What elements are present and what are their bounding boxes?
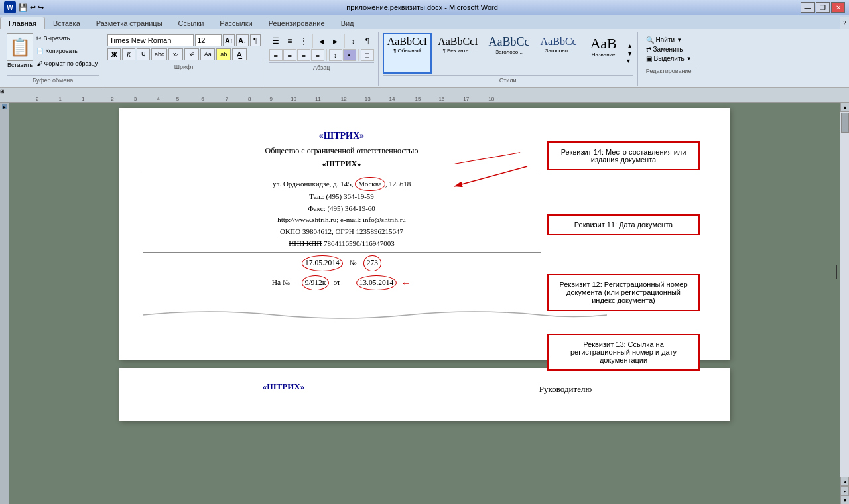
scroll-down-button[interactable]: ▼ [840,495,849,504]
align-row: ≡ ≡ ≡ ≡ ↕ ▪ □ [269,49,374,61]
multilevel-button[interactable]: ⋮ [297,34,310,48]
title-bar: W 💾 ↩ ↪ приложение.реквизиты.docx - Micr… [0,0,849,15]
tab-mailings[interactable]: Рассылки [212,17,260,29]
editing-buttons: 🔍 Найти ▼ ⇄ Заменить ▣ Выделить ▼ [642,34,696,64]
align-justify-button[interactable]: ≡ [311,49,324,61]
style-title[interactable]: АаВ Название [583,33,624,74]
clipboard-group: 📋 Вставить ✂ Вырезать 📄 Копировать 🖌 Фор… [3,32,103,86]
tab-view[interactable]: Вид [333,17,362,29]
quick-access[interactable]: 💾 ↩ ↪ [19,3,44,12]
replace-button[interactable]: ⇄ Заменить [643,45,694,54]
restore-button[interactable]: ❐ [816,2,830,13]
ribbon-help[interactable]: ? [840,17,849,29]
bold-button[interactable]: Ж [107,48,121,60]
copy-button[interactable]: 📄 Копировать [35,47,99,59]
city-circled: Москва [355,177,385,192]
main-area: ▸ «ШТРИХ» Общество с ограниченной ответс… [0,103,849,504]
arrow-right: ← [401,274,411,292]
tab-references[interactable]: Ссылки [170,17,212,29]
tab-home[interactable]: Главная [0,17,45,29]
align-right-button[interactable]: ≡ [297,49,310,61]
subscript-button[interactable]: x₂ [168,48,183,60]
number-label: № [350,257,357,270]
style-title-preview: АаВ [590,36,617,52]
show-marks-button[interactable]: ¶ [361,34,374,48]
scroll-track[interactable] [840,112,849,477]
increase-font-button[interactable]: A↑ [223,34,235,46]
font-name-row: A↑ A↓ ¶ [107,34,260,46]
change-case-button[interactable]: Аа [200,48,215,60]
tab-layout[interactable]: Разметка страницы [88,17,170,29]
style-normal-name: ¶ Обычный [393,48,421,54]
font-group: A↑ A↓ ¶ Ж К Ч abc x₂ x² Аа ab А̲ Шрифт [103,32,265,86]
style-heading2[interactable]: AaBbCc Заголово... [536,33,582,74]
style-normal[interactable]: AaBbCcI ¶ Обычный [383,33,432,74]
tab-insert[interactable]: Вставка [45,17,88,29]
ruler-corner[interactable]: ⊞ [0,88,9,103]
styles-scroll[interactable]: ▲ ▼ ▾ [627,33,633,74]
scroll-thumb[interactable] [841,113,849,133]
annotations-area: Реквизит 14: Место составления или издан… [541,128,706,292]
font-size-input[interactable] [195,34,222,46]
scroll-up-button[interactable]: ▲ [840,103,849,112]
select-label: Выделить [654,55,685,62]
borders-button[interactable]: □ [361,49,374,61]
style-normal-preview: AaBbCcI [387,36,427,48]
numbering-button[interactable]: ≡ [283,34,296,48]
align-center-button[interactable]: ≡ [283,49,296,61]
scroll-next-page[interactable]: ▸ [840,486,849,495]
font-color-button[interactable]: А̲ [232,48,247,60]
company-web: http://www.shtrih.ru; e-mail: info@shtri… [143,214,541,226]
section-marker[interactable]: ▸ [2,104,7,109]
document-page-2: «ШТРИХ» Руководителю [119,368,730,421]
align-left-button[interactable]: ≡ [269,49,283,61]
decrease-font-button[interactable]: A↓ [236,34,248,46]
select-arrow: ▼ [686,56,692,62]
style-no-spacing[interactable]: AaBbCcI ¶ Без инте... [433,33,482,74]
find-button[interactable]: 🔍 Найти ▼ [643,36,694,44]
style-no-spacing-preview: AaBbCcI [438,36,478,48]
font-name-input[interactable] [107,34,194,46]
style-heading1[interactable]: AaBbCc Заголово... [484,33,535,74]
tab-review[interactable]: Рецензирование [261,17,333,29]
scroll-prev-page[interactable]: ◂ [840,477,849,486]
ruler-right [830,88,840,103]
clear-format-button[interactable]: ¶ [250,34,261,46]
superscript-button[interactable]: x² [184,48,199,60]
sort-button[interactable]: ↕ [347,34,360,48]
redo-icon[interactable]: ↪ [38,3,44,12]
document-page: «ШТРИХ» Общество с ограниченной ответств… [119,108,730,360]
vertical-scrollbar[interactable]: ▲ ◂ ▸ ▼ [840,103,849,504]
select-icon: ▣ [646,55,652,62]
word-logo[interactable]: W [4,1,16,13]
line-spacing-button[interactable]: ↕ [329,49,342,61]
page2-company-name: «ШТРИХ» [143,381,424,392]
font-format-row: Ж К Ч abc x₂ x² Аа ab А̲ [107,48,260,60]
letterhead: «ШТРИХ» Общество с ограниченной ответств… [143,128,541,292]
company-inn: ИНН КПП 7864116590/116947003 [143,238,541,250]
page2-addressee-text: Руководителю [539,384,592,394]
paste-button[interactable]: 📋 [7,33,33,61]
bullets-button[interactable]: ☰ [269,34,283,48]
select-button[interactable]: ▣ Выделить ▼ [643,54,694,63]
close-button[interactable]: ✕ [831,2,845,13]
highlight-button[interactable]: ab [216,48,231,60]
style-heading1-preview: AaBbCc [489,36,530,49]
shading-button[interactable]: ▪ [343,49,356,61]
underline-button[interactable]: Ч [137,48,150,60]
italic-button[interactable]: К [122,48,135,60]
window-title: приложение.реквизиты.docx - Microsoft Wo… [44,3,801,11]
save-icon[interactable]: 💾 [19,3,28,12]
annotation-12: Реквизит 12: Регистрационный номер докум… [547,274,700,311]
reply-number-separator: _ [294,277,298,290]
cut-button[interactable]: ✂ Вырезать [35,34,99,46]
strikethrough-button[interactable]: abc [151,48,167,60]
minimize-button[interactable]: — [801,2,815,13]
decrease-indent-button[interactable]: ◂ [315,34,328,48]
format-copy-button[interactable]: 🖌 Формат по образцу [35,60,99,72]
cursor [836,265,837,279]
increase-indent-button[interactable]: ▸ [329,34,342,48]
style-heading2-preview: AaBbCc [541,36,577,48]
doc-number-line: 17.05.2014 № 273 [143,255,541,271]
undo-icon[interactable]: ↩ [30,3,36,12]
